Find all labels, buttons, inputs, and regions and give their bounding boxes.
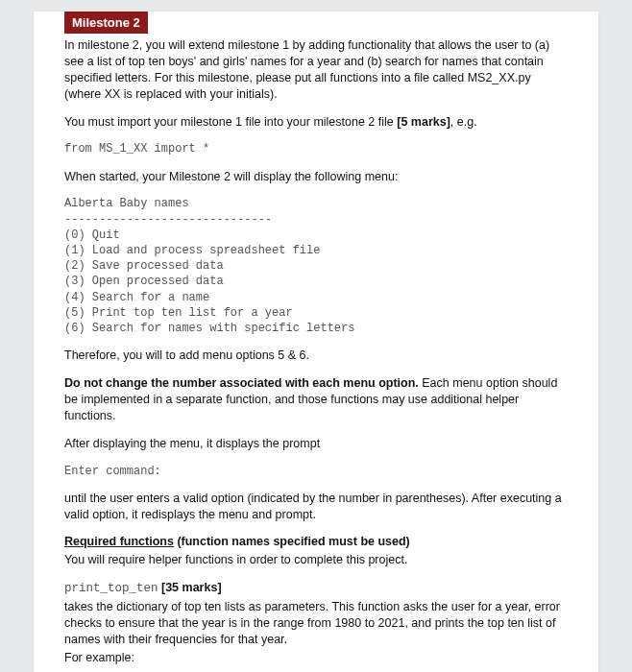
nochange-bold: Do not change the number associated with… <box>64 376 419 390</box>
therefore-line: Therefore, you will to add menu options … <box>64 348 568 364</box>
required-functions-header: Required functions (function names speci… <box>64 534 568 550</box>
fn-example-label: For example: <box>64 650 568 666</box>
import-prefix: You must import your milestone 1 file in… <box>64 115 397 129</box>
required-helper-line: You will require helper functions in ord… <box>64 552 568 568</box>
milestone-banner: Milestone 2 <box>64 12 148 34</box>
fn-marks: [35 marks] <box>158 581 222 594</box>
after-menu-line: After displaying the menu, it displays t… <box>64 436 568 452</box>
nochange-paragraph: Do not change the number associated with… <box>64 375 568 424</box>
enter-command-code: Enter command: <box>64 464 568 479</box>
intro-paragraph: In milestone 2, you will extend mileston… <box>64 37 568 103</box>
import-instruction: You must import your milestone 1 file in… <box>64 114 568 131</box>
fn-description: takes the dictionary of top ten lists as… <box>64 599 568 648</box>
menu-intro: When started, your Milestone 2 will disp… <box>64 169 568 185</box>
import-marks: [5 marks] <box>397 115 450 129</box>
menu-code-block: Alberta Baby names ---------------------… <box>64 196 568 336</box>
function-name-line: print_top_ten [35 marks] <box>64 580 568 597</box>
required-rest: (function names specified must be used) <box>174 535 410 548</box>
code-import: from MS_1_XX import * <box>64 141 568 156</box>
required-underline: Required functions <box>64 535 174 548</box>
import-suffix: , e.g. <box>450 115 477 129</box>
fn-name-code: print_top_ten <box>64 582 158 595</box>
until-paragraph: until the user enters a valid option (in… <box>64 491 568 523</box>
document-page: Milestone 2 In milestone 2, you will ext… <box>34 12 598 672</box>
